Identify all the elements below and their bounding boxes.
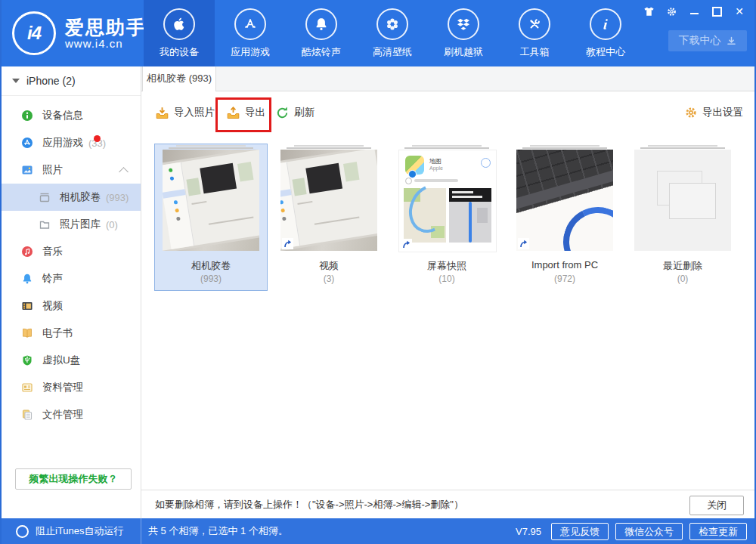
sidebar-item-label: 相机胶卷 <box>60 190 101 204</box>
nav-tutorials[interactable]: 教程中心 <box>570 0 641 66</box>
sidebar-item-label: 虚拟U盘 <box>42 354 80 367</box>
album-thumbnail <box>280 150 377 251</box>
shared-arrow-badge <box>401 239 412 250</box>
help-button[interactable]: 频繁出现操作失败？ <box>15 468 132 490</box>
video-icon <box>20 299 34 313</box>
nav-label: 工具箱 <box>520 45 550 59</box>
info-icon <box>590 8 621 40</box>
itunes-toggle-radio[interactable] <box>16 525 29 538</box>
nav-my-devices[interactable]: 我的设备 <box>144 0 215 66</box>
nav-label: 我的设备 <box>160 45 199 59</box>
device-selector[interactable]: iPhone (2) <box>2 66 141 96</box>
statusbar-actions: V7.95 意见反馈 微信公众号 检查更新 <box>516 518 747 544</box>
tab-strip <box>141 66 754 91</box>
sidebar-item-photo-library[interactable]: 照片图库 (0) <box>2 211 141 238</box>
sidebar-item-device-info[interactable]: 设备信息 <box>2 102 141 129</box>
sidebar-item-count: (993) <box>106 192 129 203</box>
nav-ringtones[interactable]: 酷炫铃声 <box>286 0 357 66</box>
version-label: V7.95 <box>516 526 541 537</box>
import-label: 导入照片 <box>174 106 215 119</box>
sidebar-item-file-management[interactable]: 文件管理 <box>2 401 141 428</box>
files-icon <box>20 408 34 422</box>
tools-icon <box>519 8 550 40</box>
skin-icon[interactable] <box>643 5 655 17</box>
apple-icon <box>163 8 195 40</box>
sidebar-item-label: 音乐 <box>42 245 63 258</box>
album-thumbnail <box>634 150 731 251</box>
shared-arrow-badge <box>282 238 293 249</box>
sidebar-item-music[interactable]: 音乐 <box>2 238 141 265</box>
selection-summary: 共 5 个相簿，已选中 1 个相簿。 <box>148 518 288 544</box>
album-card-screenshots[interactable]: 地图 Apple <box>390 144 503 291</box>
sidebar-item-videos[interactable]: 视频 <box>2 292 141 320</box>
nav-label: 应用游戏 <box>231 45 270 59</box>
album-card-camera-roll[interactable]: 相机胶卷 (993) <box>154 144 268 291</box>
nav-apps-games[interactable]: 应用游戏 <box>215 0 286 66</box>
import-tray-icon <box>155 106 169 120</box>
nav-flash-jailbreak[interactable]: 刷机越狱 <box>428 0 499 66</box>
album-thumbnail <box>516 150 613 251</box>
app-subtitle: www.i4.cn <box>65 37 147 50</box>
download-icon <box>726 36 737 47</box>
wechat-button[interactable]: 微信公众号 <box>615 523 683 540</box>
toolbar: 导入照片 导出 刷新 导出设置 <box>141 91 754 134</box>
shared-arrow-badge <box>518 238 529 249</box>
sidebar-item-ringtones[interactable]: 铃声 <box>2 265 141 292</box>
sidebar-item-apps-games[interactable]: 应用游戏 (33) <box>2 129 141 156</box>
refresh-button[interactable]: 刷新 <box>275 91 314 134</box>
chevron-up-icon[interactable] <box>119 167 129 177</box>
settings-gear-icon[interactable] <box>665 5 677 17</box>
stack-line <box>522 147 607 149</box>
album-name: 视频 <box>273 259 385 273</box>
sidebar-item-label: 设备信息 <box>42 109 83 122</box>
album-card-import-from-pc[interactable]: Import from PC (972) <box>508 144 621 291</box>
nav-wallpapers[interactable]: 高清壁纸 <box>357 0 428 66</box>
stack-line <box>530 145 600 147</box>
sidebar-item-camera-roll[interactable]: 相机胶卷 (993) <box>2 184 141 211</box>
stack-line <box>287 147 371 149</box>
download-center-button[interactable]: 下载中心 <box>668 30 747 51</box>
minimize-icon[interactable] <box>688 5 700 17</box>
stack-line <box>648 145 717 147</box>
usb-shield-icon <box>20 354 34 367</box>
stack-line <box>176 145 246 147</box>
stack-line <box>294 145 364 147</box>
export-settings-label: 导出设置 <box>702 106 743 119</box>
appstore-circle-icon <box>20 136 34 150</box>
maximize-icon[interactable] <box>711 5 723 17</box>
sidebar-item-label: 铃声 <box>42 272 63 286</box>
import-photos-button[interactable]: 导入照片 <box>155 91 215 134</box>
export-button[interactable]: 导出 <box>226 91 265 134</box>
album-count: (972) <box>509 274 621 284</box>
sidebar-list: 设备信息 应用游戏 (33) 照片 相机胶 <box>2 102 141 428</box>
itunes-toggle-label: 阻止iTunes自动运行 <box>36 524 124 538</box>
export-settings-button[interactable]: 导出设置 <box>684 91 743 134</box>
album-count: (3) <box>273 274 385 284</box>
sidebar-item-photos[interactable]: 照片 <box>2 156 141 184</box>
i4-logo-icon: i4 <box>12 11 56 55</box>
refresh-label: 刷新 <box>294 106 314 119</box>
tab-camera-roll[interactable]: 相机胶卷 (993) <box>142 66 216 91</box>
app-logo: i4 爱思助手 www.i4.cn <box>12 11 147 55</box>
export-tray-icon <box>226 106 240 120</box>
close-window-icon[interactable]: ✕ <box>733 5 745 17</box>
bell-blue-icon <box>20 272 34 286</box>
gear-icon <box>684 106 698 119</box>
sidebar-item-count: (0) <box>106 219 118 230</box>
maps-app-name: 地图 <box>429 157 442 165</box>
album-icon <box>38 190 51 204</box>
album-card-recently-deleted[interactable]: 最近删除 (0) <box>626 144 739 291</box>
nav-toolbox[interactable]: 工具箱 <box>499 0 570 66</box>
albums-grid: 相机胶卷 (993) <box>141 134 754 490</box>
stack-line <box>640 147 725 149</box>
close-button[interactable]: 关闭 <box>689 496 744 515</box>
sidebar-item-ebooks[interactable]: 电子书 <box>2 320 141 347</box>
album-card-videos[interactable]: 视频 (3) <box>272 144 386 291</box>
feedback-button[interactable]: 意见反馈 <box>551 523 609 540</box>
sidebar-item-data-management[interactable]: 资料管理 <box>2 374 141 401</box>
album-name: 最近删除 <box>627 259 739 273</box>
check-update-button[interactable]: 检查更新 <box>689 523 747 540</box>
openbox-icon <box>448 8 479 40</box>
export-label: 导出 <box>245 106 265 119</box>
sidebar-item-virtual-usb[interactable]: 虚拟U盘 <box>2 347 141 374</box>
